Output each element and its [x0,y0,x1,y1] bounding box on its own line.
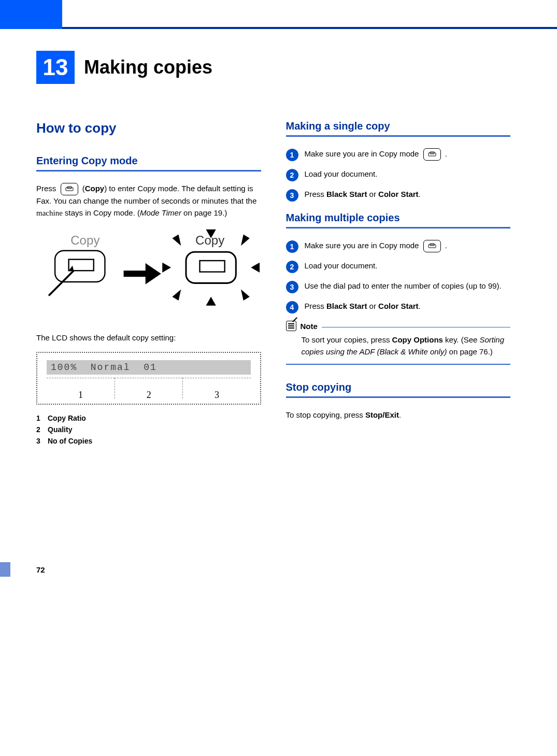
svg-rect-0 [66,188,73,191]
callout-2: 2 [147,390,151,401]
text: . [419,190,421,198]
legend-1: 1Copy Ratio [36,414,261,422]
note-title: Note [301,322,318,331]
multi-step-2: 2 Load your document. [286,260,511,273]
text: . [419,302,421,310]
right-column: Making a single copy 1 Make sure you are… [286,120,511,448]
how-to-copy-heading: How to copy [36,120,261,136]
lcd-intro-text: The LCD shows the default copy setting: [36,332,261,344]
svg-rect-7 [429,153,436,156]
svg-rect-6 [199,261,224,272]
entering-copy-mode-body: Press (Copy) to enter Copy mode. The def… [36,183,261,219]
footer: 72 [0,562,557,577]
text-machine: machine [36,209,63,217]
text: key. (See [443,335,480,344]
step-bullet-2: 2 [286,261,298,273]
color-start: Color Start [378,302,419,310]
text: Load your document. [305,260,378,272]
step-bullet-1: 1 [286,149,298,161]
single-step-1: 1 Make sure you are in Copy mode . [286,148,511,161]
mode-timer-ref: Mode Timer [140,208,181,217]
top-strip [0,0,557,29]
text: Press [305,190,327,198]
text: Press [305,302,327,310]
note-rule [322,327,510,327]
text: Make sure you are in Copy mode [305,149,421,158]
svg-rect-2 [55,251,105,282]
text: on page 76.) [447,347,492,356]
lcd-diagram: 100% Normal 01 1 2 3 [36,352,261,405]
stop-copying-heading: Stop copying [286,381,511,393]
multi-copy-heading: Making multiple copies [286,212,511,224]
page-content: 13 Making copies How to copy Entering Co… [0,29,557,448]
step-bullet-1: 1 [286,240,298,253]
lcd-legend: 1Copy Ratio 2Quality 3No of Copies [36,414,261,445]
copy-button-icon [61,183,78,195]
lcd-callouts: 1 2 3 [47,378,251,398]
stop-copying-body: To stop copying, press Stop/Exit. [286,409,511,421]
multi-step-3: 3 Use the dial pad to enter the number o… [286,280,511,293]
text: or [367,302,378,310]
multi-step-1: 1 Make sure you are in Copy mode . [286,240,511,253]
text: . [399,410,401,419]
top-blue-box [0,0,62,29]
copy-button-icon [423,240,441,252]
svg-rect-5 [186,252,236,283]
text: or [367,190,378,198]
single-step-2: 2 Load your document. [286,168,511,181]
heading-rule [286,396,511,398]
text: Use the dial pad to enter the number of … [305,280,502,292]
multi-step-4: 4 Press Black Start or Color Start. [286,301,511,313]
left-column: How to copy Entering Copy mode Press (Co… [36,120,261,448]
svg-rect-9 [429,245,436,248]
text: To sort your copies, press [302,335,392,344]
text: on page 19.) [181,208,227,217]
chapter-header: 13 Making copies [36,51,510,84]
page-number: 72 [10,565,45,574]
text: Load your document. [305,168,378,180]
copy-label-left: Copy [70,233,99,247]
step-bullet-2: 2 [286,169,298,181]
text: . [445,241,447,250]
chapter-title: Making copies [84,56,212,78]
text: Make sure you are in Copy mode [305,241,421,250]
copy-button-icon [423,148,441,161]
black-start: Black Start [326,302,367,310]
callout-3: 3 [215,390,219,401]
text: . [445,149,447,158]
color-start: Color Start [378,190,419,198]
copy-label: Copy [85,184,105,193]
heading-rule [286,135,511,137]
entering-copy-mode-heading: Entering Copy mode [36,155,261,167]
step-bullet-3: 3 [286,281,298,293]
heading-rule [36,170,261,172]
top-rule [62,27,557,29]
lcd-display-text: 100% Normal 01 [47,360,251,375]
legend-3: 3No of Copies [36,437,261,445]
two-columns: How to copy Entering Copy mode Press (Co… [36,120,510,448]
text: Press [36,184,59,193]
note-icon [286,321,296,331]
black-start: Black Start [326,190,367,198]
note-body: To sort your copies, press Copy Options … [286,334,511,358]
footer-blue-tab [0,562,10,577]
single-copy-heading: Making a single copy [286,120,511,132]
step-bullet-4: 4 [286,301,298,313]
text: stays in Copy mode. ( [63,208,140,217]
copy-options: Copy Options [392,335,443,344]
legend-2: 2Quality [36,425,261,434]
single-step-3: 3 Press Black Start or Color Start. [286,189,511,202]
note-box: Note To sort your copies, press Copy Opt… [286,321,511,365]
copy-mode-illustration: Copy Copy [36,227,261,323]
chapter-number: 13 [36,51,75,84]
heading-rule [286,227,511,229]
stop-exit: Stop/Exit [365,410,399,419]
callout-1: 1 [78,390,83,401]
text: To stop copying, press [286,410,365,419]
note-header: Note [286,321,511,331]
step-bullet-3: 3 [286,189,298,202]
